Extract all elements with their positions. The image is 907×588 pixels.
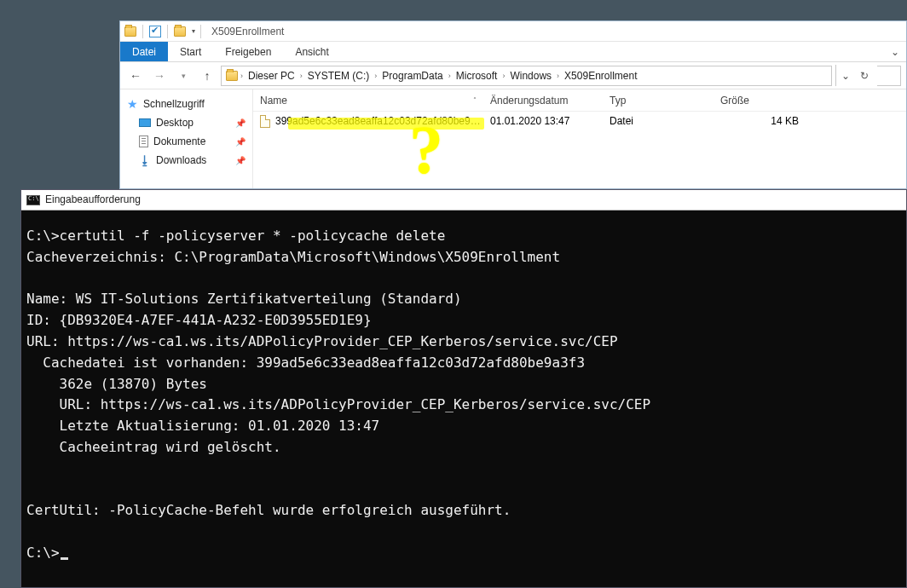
breadcrumb[interactable]: SYSTEM (C:) xyxy=(304,70,373,82)
nav-up-button[interactable]: ↑ xyxy=(197,66,217,86)
nav-back-button[interactable]: ← xyxy=(125,66,146,86)
refresh-icon[interactable]: ↻ xyxy=(855,70,874,82)
breadcrumb[interactable]: Dieser PC xyxy=(245,70,298,82)
window-title: X509Enrollment xyxy=(211,26,284,37)
qat-separator xyxy=(200,25,201,38)
column-header-size[interactable]: Größe xyxy=(713,95,816,107)
file-date: 01.01.2020 13:47 xyxy=(483,115,603,127)
pin-icon: 📌 xyxy=(235,137,246,147)
nav-forward-button[interactable]: → xyxy=(149,66,170,86)
file-type: Datei xyxy=(603,115,713,127)
column-header-date[interactable]: Änderungsdatum xyxy=(483,95,603,107)
file-list: Name ˄ Änderungsdatum Typ Größe 399ad5e6… xyxy=(253,89,906,188)
chevron-right-icon[interactable]: › xyxy=(240,72,243,80)
explorer-body: ★ Schnellzugriff Desktop 📌 Dokumente 📌 ⭳… xyxy=(120,89,906,188)
navpane-quick-access[interactable]: ★ Schnellzugriff xyxy=(120,95,252,113)
chevron-right-icon[interactable]: › xyxy=(300,72,303,80)
search-box[interactable] xyxy=(877,66,901,86)
breadcrumb[interactable]: Windows xyxy=(506,70,555,82)
cursor-icon xyxy=(61,557,68,560)
breadcrumb[interactable]: Microsoft xyxy=(453,70,501,82)
file-row[interactable]: 399ad5e6c33ead8eaffa12c03d72afd80be9… 01… xyxy=(253,112,906,130)
column-header-name[interactable]: Name ˄ xyxy=(253,95,483,107)
navigation-pane: ★ Schnellzugriff Desktop 📌 Dokumente 📌 ⭳… xyxy=(120,89,253,188)
column-headers: Name ˄ Änderungsdatum Typ Größe xyxy=(253,89,906,112)
breadcrumb[interactable]: ProgramData xyxy=(378,70,446,82)
nav-recent-dropdown[interactable]: ▾ xyxy=(173,66,194,86)
ribbon-tabs: Datei Start Freigeben Ansicht ⌄ xyxy=(120,42,906,62)
navpane-label: Desktop xyxy=(156,117,194,129)
navpane-downloads[interactable]: ⭳ Downloads 📌 xyxy=(120,151,252,170)
sort-asc-icon: ˄ xyxy=(473,96,477,104)
navpane-documents[interactable]: Dokumente 📌 xyxy=(120,132,252,151)
column-header-type[interactable]: Typ xyxy=(603,95,713,107)
navigation-bar: ← → ▾ ↑ › Dieser PC › SYSTEM (C:) › Prog… xyxy=(120,62,906,89)
qat-dropdown-icon[interactable]: ▾ xyxy=(192,27,195,35)
pin-icon: 📌 xyxy=(235,156,246,165)
chevron-right-icon[interactable]: › xyxy=(557,72,559,80)
navpane-label: Downloads xyxy=(156,154,206,166)
navpane-label: Dokumente xyxy=(153,135,205,147)
ribbon-expand-icon[interactable]: ⌄ xyxy=(884,42,906,61)
qat-separator xyxy=(142,25,143,38)
file-size: 14 KB xyxy=(713,115,816,127)
address-dropdown-icon[interactable]: ⌄ xyxy=(836,70,855,82)
properties-checked-icon[interactable] xyxy=(148,25,162,38)
address-bar[interactable]: › Dieser PC › SYSTEM (C:) › ProgramData … xyxy=(221,66,832,86)
navpane-desktop[interactable]: Desktop 📌 xyxy=(120,113,252,132)
document-icon xyxy=(139,135,148,147)
new-folder-icon[interactable] xyxy=(173,25,187,38)
file-icon xyxy=(260,115,270,128)
file-name: 399ad5e6c33ead8eaffa12c03d72afd80be9… xyxy=(275,115,481,127)
breadcrumb[interactable]: X509Enrollment xyxy=(561,70,640,82)
navpane-label: Schnellzugriff xyxy=(143,98,205,110)
address-right: ⌄ ↻ xyxy=(835,65,874,86)
cmd-title-text: Eingabeaufforderung xyxy=(45,192,141,208)
download-icon: ⭳ xyxy=(139,153,151,167)
star-icon: ★ xyxy=(127,97,138,111)
tab-file[interactable]: Datei xyxy=(120,42,168,61)
tab-start[interactable]: Start xyxy=(168,42,213,61)
tab-share[interactable]: Freigeben xyxy=(213,42,283,61)
desktop-icon xyxy=(139,118,151,127)
column-label: Name xyxy=(260,95,287,107)
tab-view[interactable]: Ansicht xyxy=(283,42,340,61)
command-prompt-window: Eingabeaufforderung C:\>certutil -f -pol… xyxy=(20,189,907,588)
cmd-titlebar[interactable]: Eingabeaufforderung xyxy=(21,190,906,210)
chevron-right-icon[interactable]: › xyxy=(374,72,377,80)
cmd-output[interactable]: C:\>certutil -f -policyserver * -policyc… xyxy=(21,210,906,587)
folder-icon xyxy=(225,69,239,83)
chevron-right-icon[interactable]: › xyxy=(448,72,451,80)
explorer-window: ▾ X509Enrollment Datei Start Freigeben A… xyxy=(119,20,907,189)
explorer-titlebar[interactable]: ▾ X509Enrollment xyxy=(120,21,906,42)
chevron-right-icon[interactable]: › xyxy=(502,72,505,80)
pin-icon: 📌 xyxy=(235,118,246,128)
cmd-icon xyxy=(26,195,40,205)
folder-icon xyxy=(124,25,137,38)
qat-separator xyxy=(167,25,168,38)
